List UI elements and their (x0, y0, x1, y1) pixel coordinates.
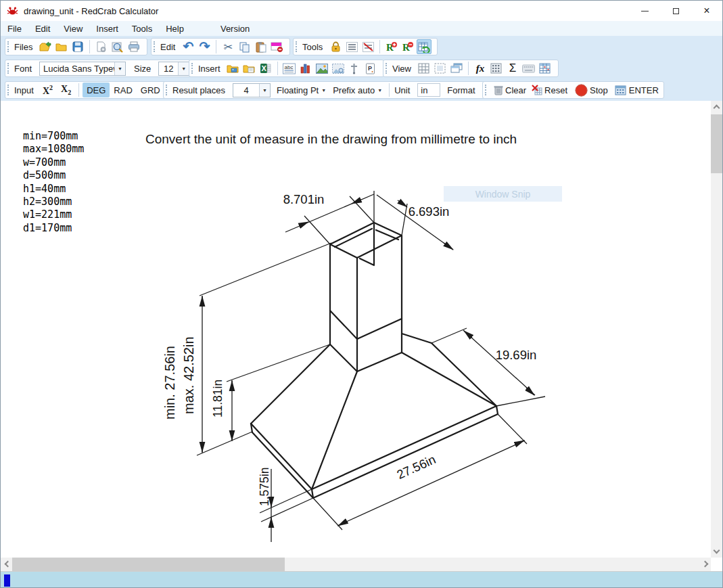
menu-insert[interactable]: Insert (89, 24, 125, 34)
insert-anchor-button[interactable] (347, 61, 362, 76)
print-preview-button[interactable] (110, 39, 125, 54)
insert-picture-button[interactable] (314, 61, 329, 76)
insert-chart-button[interactable] (298, 61, 313, 76)
stop-button-icon-wrap[interactable] (573, 83, 589, 97)
menu-help[interactable]: Help (159, 24, 191, 34)
menu-tools[interactable]: Tools (125, 24, 159, 34)
toolbar-grip[interactable] (485, 85, 488, 95)
scroll-down-button[interactable] (711, 546, 722, 558)
toolbar-grip[interactable] (386, 63, 388, 74)
stop-button[interactable]: Stop (590, 85, 608, 95)
chevron-left-icon (5, 561, 11, 568)
menu-version[interactable]: Version (214, 24, 256, 34)
insert-object-button[interactable] (242, 61, 257, 76)
deg-mode-button[interactable]: DEG (83, 83, 110, 97)
undo-button[interactable]: ↶ (181, 39, 195, 54)
redo-button[interactable]: ↷ (197, 39, 212, 54)
rad-mode-button[interactable]: RAD (110, 83, 136, 97)
minimize-button[interactable] (629, 1, 660, 21)
horizontal-scrollbar[interactable] (1, 558, 712, 571)
line-spacing-button[interactable] (344, 39, 359, 54)
grd-mode-button[interactable]: GRD (137, 83, 164, 97)
superscript-digit: 2 (49, 84, 53, 91)
chevron-down-icon[interactable]: ▼ (178, 62, 189, 75)
separator (389, 83, 390, 97)
trash-icon (494, 85, 503, 95)
view-keyboard-button[interactable] (521, 61, 536, 76)
view-sum-button[interactable]: Σ (505, 61, 520, 76)
scroll-left-button[interactable] (1, 558, 12, 570)
chevron-down-icon[interactable]: ▼ (114, 62, 125, 75)
reset-button-icon-wrap[interactable] (530, 83, 544, 97)
chevron-up-icon (714, 105, 720, 112)
insert-excel-button[interactable]: X (258, 61, 273, 76)
chevron-down-icon[interactable]: ▼ (259, 84, 270, 97)
result-places-select[interactable]: 4 ▼ (233, 83, 271, 97)
vertical-scroll-thumb[interactable] (711, 114, 722, 173)
unit-input[interactable]: in (417, 83, 440, 97)
enter-button-icon-wrap[interactable] (613, 83, 628, 97)
prefix-dropdown[interactable]: Prefix auto▼ (329, 85, 386, 95)
print-button[interactable] (126, 39, 141, 54)
insert-note-icon (243, 63, 256, 74)
toolbar-grip[interactable] (296, 41, 298, 52)
folder-icon (55, 41, 68, 52)
minimize-icon (641, 11, 649, 12)
insert-image-file-button[interactable] (226, 61, 241, 76)
no-line-button[interactable] (360, 39, 375, 54)
enter-button[interactable]: ENTER (629, 85, 659, 95)
save-button[interactable] (70, 39, 85, 54)
insert-text-button[interactable]: abc (282, 61, 297, 76)
close-file-button[interactable] (54, 39, 69, 54)
vertical-scrollbar[interactable] (711, 101, 722, 558)
recalculate-button[interactable] (417, 39, 432, 54)
reset-button[interactable]: Reset (544, 85, 567, 95)
clear-button[interactable]: Clear (505, 85, 526, 95)
floating-point-dropdown[interactable]: Floating Pt▼ (273, 85, 329, 95)
toolbar-grip[interactable] (166, 85, 168, 95)
delete-row-button[interactable] (269, 39, 284, 54)
insert-picture-link-button[interactable] (331, 61, 346, 76)
menu-view[interactable]: View (57, 24, 89, 34)
lock-icon (331, 41, 341, 53)
view-grid-button[interactable] (417, 61, 432, 76)
input-toolbar: Input X2 X2 DEG RAD GRD (5, 81, 170, 99)
view-windows-button[interactable] (449, 61, 464, 76)
folder-open-icon (39, 41, 52, 53)
toolbar-grip[interactable] (154, 41, 156, 52)
scroll-up-button[interactable] (711, 101, 722, 112)
undo-icon: ↶ (183, 41, 193, 53)
toolbar-grip[interactable] (191, 63, 194, 74)
view-keypad-button[interactable] (489, 61, 504, 76)
lock-button[interactable] (328, 39, 343, 54)
font-size-select[interactable]: 12 ▼ (158, 62, 189, 76)
toolbar-grip[interactable] (7, 41, 10, 52)
format-label: Format (447, 85, 475, 95)
copy-icon (239, 41, 250, 53)
insert-pdf-button[interactable]: P (363, 61, 378, 76)
paste-button[interactable] (253, 39, 268, 54)
open-file-button[interactable] (38, 39, 53, 54)
menu-edit[interactable]: Edit (28, 24, 57, 34)
subscript-button[interactable]: X2 (57, 83, 75, 97)
horizontal-scroll-thumb[interactable] (12, 558, 285, 571)
toolbar-grip[interactable] (7, 85, 10, 95)
menu-file[interactable]: File (1, 24, 28, 34)
titlebar: drawing_unit - RedCrab Calculator × (1, 1, 722, 21)
close-button[interactable]: × (691, 1, 722, 21)
view-formula-button[interactable]: fx (473, 61, 488, 76)
result-remove-button[interactable]: R (400, 39, 415, 54)
clear-button-icon-wrap[interactable] (492, 83, 505, 97)
document-canvas[interactable]: min=700mm max=1080mm w=700mm d=500mm h1=… (1, 101, 712, 558)
font-family-select[interactable]: Lucida Sans Typewri ▼ (39, 62, 126, 76)
cut-button[interactable]: ✂ (220, 39, 235, 54)
result-add-button[interactable]: R (384, 39, 399, 54)
maximize-button[interactable] (660, 1, 691, 21)
view-datatable-button[interactable] (538, 61, 553, 76)
save-icon (72, 41, 83, 52)
copy-button[interactable] (237, 39, 252, 54)
page-settings-button[interactable] (94, 39, 109, 54)
toolbar-grip[interactable] (7, 63, 10, 74)
view-page-border-button[interactable] (433, 61, 448, 76)
superscript-button[interactable]: X2 (39, 83, 57, 97)
